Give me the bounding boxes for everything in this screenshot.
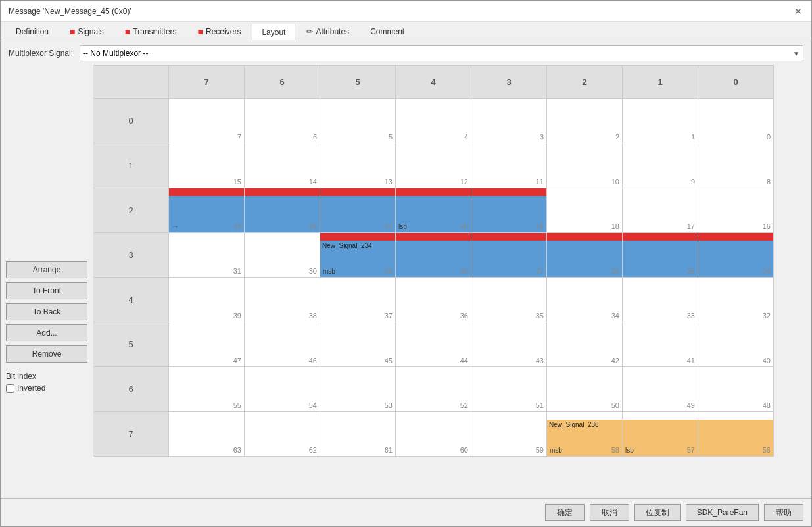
cell-5-6[interactable]: 46 — [245, 322, 320, 367]
cell-2-2[interactable]: 18 — [547, 188, 623, 233]
cell-7-1[interactable]: lsb 57 — [623, 412, 698, 457]
cell-5-3[interactable]: 43 — [471, 322, 547, 367]
cell-0-5[interactable]: 5 — [320, 99, 396, 143]
signal-red-2-6 — [245, 188, 320, 196]
cell-7-4[interactable]: 60 — [396, 412, 471, 457]
tab-layout[interactable]: Layout — [252, 24, 295, 40]
cell-0-0[interactable]: 0 — [698, 99, 774, 143]
cell-7-7[interactable]: 63 — [169, 412, 245, 457]
tab-comment[interactable]: Comment — [360, 23, 414, 39]
tab-comment-label: Comment — [370, 27, 404, 36]
cell-4-3[interactable]: 35 — [471, 278, 547, 322]
tab-layout-label: Layout — [262, 28, 285, 37]
cell-6-7[interactable]: 55 — [169, 367, 245, 412]
extra2-button[interactable]: SDK_PareFan — [686, 504, 759, 521]
cell-0-3[interactable]: 3 — [471, 99, 547, 143]
extra1-button[interactable]: 位复制 — [634, 504, 681, 521]
cell-6-3[interactable]: 51 — [471, 367, 547, 412]
cell-3-1[interactable]: 25 — [623, 233, 698, 278]
cell-3-4[interactable]: 28 — [396, 233, 471, 278]
cell-1-3[interactable]: 11 — [471, 143, 547, 188]
cell-5-5[interactable]: 45 — [320, 322, 396, 367]
cell-6-4[interactable]: 52 — [396, 367, 471, 412]
cell-3-5[interactable]: New_Signal_234 msb 29 — [320, 233, 396, 278]
cell-4-0[interactable]: 32 — [698, 278, 774, 322]
signal-red-2-7 — [169, 188, 244, 196]
cell-2-5[interactable]: 21 — [320, 188, 396, 233]
cell-1-4[interactable]: 12 — [396, 143, 471, 188]
cell-2-7[interactable]: → 23 — [169, 188, 245, 233]
tab-signals-label: Signals — [78, 27, 104, 36]
table-row: 5 47 46 45 44 43 42 41 40 — [93, 322, 774, 367]
cell-0-2[interactable]: 2 — [547, 99, 623, 143]
cell-6-2[interactable]: 50 — [547, 367, 623, 412]
cell-1-1[interactable]: 9 — [623, 143, 698, 188]
cell-2-3[interactable]: 19 — [471, 188, 547, 233]
remove-button[interactable]: Remove — [6, 345, 87, 363]
cell-3-0[interactable]: 24 — [698, 233, 774, 278]
add-button[interactable]: Add... — [6, 324, 87, 341]
tab-signals[interactable]: ■ Signals — [60, 22, 114, 40]
cell-7-3[interactable]: 59 — [471, 412, 547, 457]
cell-7-0[interactable]: 56 — [698, 412, 774, 457]
receiver-icon: ■ — [198, 26, 203, 37]
cell-1-0[interactable]: 8 — [698, 143, 774, 188]
cell-4-6[interactable]: 38 — [245, 278, 320, 322]
cell-5-7[interactable]: 47 — [169, 322, 245, 367]
cell-5-2[interactable]: 42 — [547, 322, 623, 367]
cell-3-6[interactable]: 30 — [245, 233, 320, 278]
cell-1-2[interactable]: 10 — [547, 143, 623, 188]
arrange-button[interactable]: Arrange — [6, 261, 87, 278]
cell-2-4[interactable]: lsb 20 — [396, 188, 471, 233]
col-header-1: 1 — [623, 66, 698, 99]
cell-0-1[interactable]: 1 — [623, 99, 698, 143]
cell-4-4[interactable]: 36 — [396, 278, 471, 322]
cell-6-0[interactable]: 48 — [698, 367, 774, 412]
cell-7-5[interactable]: 61 — [320, 412, 396, 457]
cell-2-0[interactable]: 16 — [698, 188, 774, 233]
cell-5-0[interactable]: 40 — [698, 322, 774, 367]
tab-definition[interactable]: Definition — [6, 23, 59, 39]
row-label-5: 5 — [93, 322, 169, 367]
cell-4-2[interactable]: 34 — [547, 278, 623, 322]
cell-7-6[interactable]: 62 — [245, 412, 320, 457]
cell-6-1[interactable]: 49 — [623, 367, 698, 412]
to-back-button[interactable]: To Back — [6, 303, 87, 320]
cell-2-1[interactable]: 17 — [623, 188, 698, 233]
cell-4-1[interactable]: 33 — [623, 278, 698, 322]
arrow-2-7: → — [172, 222, 179, 230]
inverted-checkbox[interactable] — [6, 384, 14, 393]
cell-1-7[interactable]: 15 — [169, 143, 245, 188]
grid-scroll-area[interactable]: 7 6 5 4 3 2 1 0 0 — [93, 65, 811, 498]
cell-6-5[interactable]: 53 — [320, 367, 396, 412]
grid-header-row: 7 6 5 4 3 2 1 0 — [93, 66, 774, 99]
confirm-button[interactable]: 确定 — [545, 504, 585, 521]
to-front-button[interactable]: To Front — [6, 282, 87, 299]
cell-3-2[interactable]: 26 — [547, 233, 623, 278]
col-header-4: 4 — [396, 66, 471, 99]
tab-definition-label: Definition — [16, 27, 49, 36]
cell-0-6[interactable]: 6 — [245, 99, 320, 143]
cell-5-1[interactable]: 41 — [623, 322, 698, 367]
cell-4-5[interactable]: 37 — [320, 278, 396, 322]
cell-7-2[interactable]: New_Signal_236 msb 58 — [547, 412, 623, 457]
cell-4-7[interactable]: 39 — [169, 278, 245, 322]
col-header-3: 3 — [471, 66, 547, 99]
cell-0-4[interactable]: 4 — [396, 99, 471, 143]
cell-1-6[interactable]: 14 — [245, 143, 320, 188]
cell-1-5[interactable]: 13 — [320, 143, 396, 188]
cell-0-7[interactable]: 7 — [169, 99, 245, 143]
tab-attributes[interactable]: ✏ Attributes — [297, 23, 359, 39]
cell-6-6[interactable]: 54 — [245, 367, 320, 412]
row-label-1: 1 — [93, 143, 169, 188]
help-button[interactable]: 帮助 — [764, 504, 803, 521]
mux-select[interactable]: -- No Multiplexor -- — [80, 45, 803, 61]
cancel-button[interactable]: 取消 — [590, 504, 629, 521]
cell-5-4[interactable]: 44 — [396, 322, 471, 367]
cell-3-7[interactable]: 31 — [169, 233, 245, 278]
cell-3-3[interactable]: 27 — [471, 233, 547, 278]
cell-2-6[interactable]: 22 — [245, 188, 320, 233]
tab-transmitters[interactable]: ■ Transmitters — [115, 22, 187, 40]
close-button[interactable]: ✕ — [793, 6, 803, 16]
tab-receivers[interactable]: ■ Receivers — [188, 22, 251, 40]
